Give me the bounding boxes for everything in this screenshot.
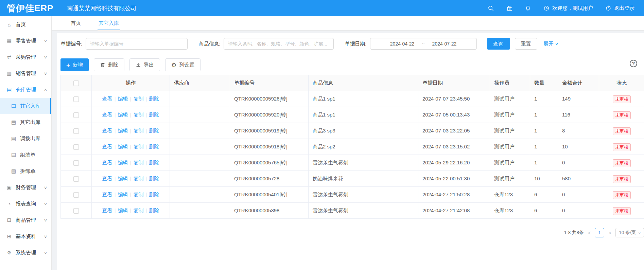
chevron-icon: ∧ bbox=[44, 88, 48, 92]
sidebar-item-6[interactable]: ▤ 其它出库 bbox=[0, 114, 51, 130]
sidebar-item-0[interactable]: ⌂ 首页 bbox=[0, 16, 51, 33]
logout-button[interactable]: 退出登录 bbox=[605, 5, 634, 12]
copy-link[interactable]: 复制 bbox=[133, 144, 143, 149]
edit-link[interactable]: 编辑 bbox=[118, 208, 128, 213]
col-header-status: 状态 bbox=[599, 75, 644, 91]
delete-link[interactable]: 删除 bbox=[149, 96, 159, 102]
row-checkbox[interactable] bbox=[73, 192, 79, 198]
sidebar-item-10[interactable]: ▣ 财务管理 ∨ bbox=[0, 179, 51, 196]
tab-other-inbound[interactable]: 其它入库 bbox=[98, 16, 120, 30]
delete-link[interactable]: 删除 bbox=[149, 112, 159, 118]
sidebar-item-4[interactable]: ▤ 仓库管理 ∧ bbox=[0, 82, 51, 98]
view-link[interactable]: 查看 bbox=[102, 160, 112, 165]
delete-label: 删除 bbox=[108, 62, 118, 68]
expand-link[interactable]: 展开 ∨ bbox=[543, 41, 558, 47]
order-no-label: 单据编号: bbox=[60, 41, 82, 47]
date-range-picker[interactable]: 2024-04-22 ~ 2024-07-22 bbox=[370, 38, 477, 50]
add-button[interactable]: + 新增 bbox=[60, 58, 89, 71]
view-link[interactable]: 查看 bbox=[102, 144, 112, 149]
help-icon[interactable]: ? bbox=[630, 60, 637, 67]
delete-link[interactable]: 删除 bbox=[149, 192, 159, 197]
date-to[interactable]: 2024-07-22 bbox=[432, 41, 457, 47]
sidebar-item-label: 其它入库 bbox=[20, 103, 51, 109]
select-all-checkbox[interactable] bbox=[73, 80, 79, 86]
edit-link[interactable]: 编辑 bbox=[118, 192, 128, 197]
date-separator: ~ bbox=[422, 41, 424, 47]
bell-icon[interactable] bbox=[525, 5, 531, 11]
row-checkbox[interactable] bbox=[73, 160, 79, 166]
copy-link[interactable]: 复制 bbox=[133, 176, 143, 181]
operator-cell: 测试用户 bbox=[490, 171, 530, 186]
copy-link[interactable]: 复制 bbox=[133, 96, 143, 102]
status-cell: 未审核 bbox=[599, 187, 644, 202]
view-link[interactable]: 查看 bbox=[102, 128, 112, 133]
amount-cell: 116 bbox=[558, 107, 599, 123]
row-checkbox[interactable] bbox=[73, 128, 79, 134]
row-actions-cell: 查看|编辑|复制|删除 bbox=[92, 139, 170, 155]
sidebar-item-1[interactable]: ▦ 零售管理 ∨ bbox=[0, 33, 51, 49]
delete-link[interactable]: 删除 bbox=[149, 160, 159, 165]
pagination-total: 1-8 共8条 bbox=[564, 230, 584, 236]
row-checkbox[interactable] bbox=[73, 208, 79, 214]
order-no-input[interactable] bbox=[86, 38, 188, 50]
row-checkbox[interactable] bbox=[73, 176, 79, 182]
qty-cell: 10 bbox=[530, 171, 558, 186]
action-separator: | bbox=[130, 192, 132, 197]
edit-link[interactable]: 编辑 bbox=[118, 112, 128, 118]
sidebar-item-5[interactable]: ▤ 其它入库 bbox=[0, 98, 51, 114]
copy-link[interactable]: 复制 bbox=[133, 160, 143, 165]
delete-button[interactable]: 删除 bbox=[94, 58, 124, 71]
product-info-input[interactable] bbox=[224, 38, 334, 50]
export-button[interactable]: 导出 bbox=[129, 58, 160, 71]
view-link[interactable]: 查看 bbox=[102, 192, 112, 197]
sidebar-item-13[interactable]: ⊞ 基本资料 ∨ bbox=[0, 228, 51, 245]
operator-cell: 测试用户 bbox=[490, 155, 530, 170]
edit-link[interactable]: 编辑 bbox=[118, 176, 128, 181]
sidebar-item-12[interactable]: ⊡ 商品管理 ∨ bbox=[0, 212, 51, 228]
delete-link[interactable]: 删除 bbox=[149, 176, 159, 181]
view-link[interactable]: 查看 bbox=[102, 208, 112, 213]
sidebar-item-label: 组装单 bbox=[20, 152, 51, 158]
edit-link[interactable]: 编辑 bbox=[118, 144, 128, 149]
view-link[interactable]: 查看 bbox=[102, 96, 112, 102]
view-link[interactable]: 查看 bbox=[102, 112, 112, 118]
bank-icon[interactable] bbox=[506, 5, 512, 11]
chevron-icon: ∨ bbox=[44, 202, 48, 206]
copy-link[interactable]: 复制 bbox=[133, 112, 143, 118]
sidebar-item-9[interactable]: ▤ 拆卸单 bbox=[0, 163, 51, 179]
delete-link[interactable]: 删除 bbox=[149, 128, 159, 133]
sidebar-item-14[interactable]: ⚙ 系统管理 ∨ bbox=[0, 245, 51, 261]
search-icon[interactable] bbox=[488, 5, 494, 11]
sidebar-item-11[interactable]: ◔ 报表查询 ∨ bbox=[0, 196, 51, 212]
row-checkbox[interactable] bbox=[73, 144, 79, 150]
edit-link[interactable]: 编辑 bbox=[118, 96, 128, 102]
page-size-select[interactable]: 10 条/页 ∨ bbox=[615, 228, 644, 237]
order-no-cell: QTRK00000005765[转] bbox=[230, 155, 309, 170]
sidebar-item-label: 拆卸单 bbox=[20, 168, 51, 175]
sidebar-item-7[interactable]: ▤ 调拨出库 bbox=[0, 130, 51, 147]
edit-link[interactable]: 编辑 bbox=[118, 128, 128, 133]
sidebar-item-8[interactable]: ▤ 组装单 bbox=[0, 147, 51, 163]
edit-link[interactable]: 编辑 bbox=[118, 160, 128, 165]
page-number-button[interactable]: 1 bbox=[595, 228, 604, 237]
delete-link[interactable]: 删除 bbox=[149, 208, 159, 213]
reset-button[interactable]: 重置 bbox=[515, 38, 537, 50]
tab-home[interactable]: 首页 bbox=[70, 16, 82, 30]
copy-link[interactable]: 复制 bbox=[133, 208, 143, 213]
sidebar-item-label: 采购管理 bbox=[16, 54, 44, 60]
next-page-icon[interactable]: > bbox=[608, 230, 611, 236]
sidebar-item-2[interactable]: ⇄ 采购管理 ∨ bbox=[0, 49, 51, 65]
sidebar-item-3[interactable]: ▥ 销售管理 ∨ bbox=[0, 65, 51, 82]
copy-link[interactable]: 复制 bbox=[133, 128, 143, 133]
view-link[interactable]: 查看 bbox=[102, 176, 112, 181]
date-from[interactable]: 2024-04-22 bbox=[390, 41, 415, 47]
column-settings-button[interactable]: ⚙ 列设置 bbox=[165, 58, 201, 71]
copy-link[interactable]: 复制 bbox=[133, 192, 143, 197]
search-button[interactable]: 查询 bbox=[487, 38, 510, 50]
row-checkbox[interactable] bbox=[73, 112, 79, 118]
plus-icon: + bbox=[66, 62, 70, 68]
delete-link[interactable]: 删除 bbox=[149, 144, 159, 149]
status-badge: 未审核 bbox=[613, 175, 631, 183]
row-checkbox[interactable] bbox=[73, 96, 79, 102]
prev-page-icon[interactable]: < bbox=[588, 230, 591, 236]
